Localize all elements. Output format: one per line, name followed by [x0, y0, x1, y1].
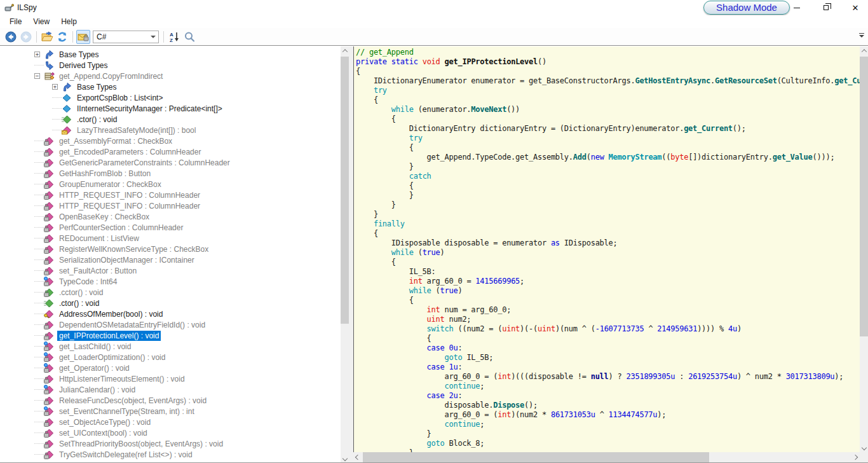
decompiled-code-view[interactable]: // get_Appendprivate static void get_IPP… [353, 46, 860, 452]
scroll-left-icon[interactable] [353, 452, 362, 462]
tree-line [34, 314, 44, 314]
tree-item[interactable]: get_EncodedParameters : ColumnHeader [0, 146, 341, 157]
tree-item[interactable]: GetGenericParameterConstraints : ColumnH… [0, 157, 341, 168]
tree-item-label: DependentOSMetadataEntryFieldId() : void [57, 320, 207, 330]
code-line: } [356, 200, 860, 210]
menu-view[interactable]: View [27, 16, 55, 27]
tree-item[interactable]: PerfCounterSection : ColumnHeader [0, 222, 341, 233]
restore-button[interactable] [815, 0, 837, 15]
refresh-icon[interactable] [55, 30, 69, 44]
tree-item[interactable]: Derived Types [0, 60, 341, 71]
tree-item[interactable]: set_EventChannelType(Stream, int) : int [0, 406, 341, 417]
method-pink-lock-icon [44, 255, 55, 265]
show-internal-api-icon[interactable] [76, 30, 90, 44]
tree-line [34, 400, 44, 401]
tree-item[interactable]: JulianCalendar() : void [0, 384, 341, 395]
tree-item[interactable]: IInternetSecurityManager : Predicate<int… [0, 103, 341, 114]
tree-item[interactable]: HTTP_REQUEST_INFO : ColumnHeader [0, 190, 341, 200]
tree-item[interactable]: ReleaseFuncDesc(object, EventArgs) : voi… [0, 395, 341, 406]
code-line: int arg_60_0 = 1415669965; [356, 277, 860, 286]
sort-az-icon[interactable]: AZ [167, 30, 181, 44]
method-pink-lock-dot-icon [44, 385, 55, 395]
tree-item-label: TypeCode : Int64 [57, 277, 119, 287]
tree-item[interactable]: TryGetSwitchDelegate(ref List<>) : void [0, 449, 341, 460]
tree-vertical-scrollbar[interactable] [341, 46, 349, 463]
expand-icon[interactable]: + [34, 52, 40, 57]
collapse-icon[interactable]: − [34, 73, 40, 79]
tree-item[interactable]: HTTP_REQUEST_INFO : ColumnHeader [0, 200, 341, 211]
code-vertical-scrollbar[interactable] [860, 46, 868, 452]
tree-item[interactable]: +Base Types [0, 81, 341, 92]
tree-item[interactable]: GroupEnumerator : CheckBox [0, 179, 341, 190]
open-assembly-icon[interactable] [40, 30, 54, 44]
scroll-up-icon[interactable] [341, 46, 349, 55]
tree-item[interactable]: RegisterWellKnownServiceType : CheckBox [0, 244, 341, 254]
tree-item[interactable]: OpenBaseKey : CheckBox [0, 211, 341, 222]
scrollbar-corner [860, 452, 868, 462]
code-line: goto IL_5B; [356, 353, 860, 363]
tree-line [34, 324, 44, 325]
back-icon[interactable] [4, 30, 18, 44]
tree-item-label: HTTP_REQUEST_INFO : ColumnHeader [57, 201, 202, 211]
tree-item[interactable]: +Base Types [0, 49, 341, 60]
code-line: continue; [356, 382, 860, 391]
scroll-right-icon[interactable] [851, 452, 860, 462]
tree-item[interactable]: DependentOSMetadataEntryFieldId() : void [0, 319, 341, 330]
tree-item[interactable]: −get_Append.CopyFromIndirect [0, 71, 341, 81]
menu-help[interactable]: Help [55, 16, 83, 27]
tree-item-label: set_FaultActor : Button [57, 266, 139, 276]
tree-item[interactable]: HttpListenerTimeoutsElement() : void [0, 373, 341, 384]
scrollbar-thumb[interactable] [363, 452, 709, 462]
tree-item[interactable]: SerializationObjectManager : IContainer [0, 254, 341, 265]
tree-item[interactable]: .ctor() : void [0, 114, 341, 125]
scrollbar-thumb[interactable] [341, 57, 349, 324]
code-line: case 0u: [356, 343, 860, 353]
toolbar-overflow-icon[interactable] [857, 31, 866, 41]
window-title: ILSpy [17, 3, 37, 12]
shadow-mode-button[interactable]: Shadow Mode [703, 1, 790, 15]
tree-line [52, 108, 62, 109]
tree-item-label: GetHashFromBlob : Button [57, 169, 153, 179]
tree-item[interactable]: AddressOfMember(bool) : void [0, 308, 341, 319]
expand-icon[interactable]: + [52, 84, 58, 90]
tree-line [34, 65, 44, 66]
minimize-button[interactable] [786, 0, 808, 15]
language-combobox[interactable]: C# [93, 31, 159, 43]
tree-item[interactable]: get_AssemblyFormat : CheckBox [0, 135, 341, 146]
tree-item[interactable]: get_Operator() : void [0, 363, 341, 373]
tree-item[interactable]: set_FaultActor : Button [0, 265, 341, 276]
close-button[interactable]: ✕ [844, 0, 866, 15]
tree-item[interactable]: get_LastChild() : void [0, 341, 341, 352]
tree-item[interactable]: GetHashFromBlob : Button [0, 168, 341, 179]
pane-splitter[interactable] [349, 46, 353, 463]
tree-item[interactable]: set_UIContext(bool) : void [0, 427, 341, 438]
scroll-up-icon[interactable] [860, 46, 868, 55]
chevron-down-icon[interactable] [147, 31, 158, 43]
tree-item[interactable]: REDocument : ListView [0, 233, 341, 244]
scrollbar-thumb[interactable] [860, 57, 868, 336]
menu-file[interactable]: File [4, 16, 27, 27]
tree-item[interactable] [0, 460, 341, 463]
code-line: { [356, 114, 860, 124]
code-line: } [356, 162, 860, 172]
tree-item-label: GroupEnumerator : CheckBox [57, 179, 163, 190]
tree-item[interactable]: .cctor() : void [0, 287, 341, 298]
tree-item[interactable]: LazyThreadSafetyMode(int[]) : bool [0, 125, 341, 135]
tree-item[interactable]: get_IPProtectionLevel() : void [0, 330, 341, 341]
tree-item[interactable]: .ctor() : void [0, 298, 341, 308]
tree-item[interactable]: SetThreadPriorityBoost(object, EventArgs… [0, 438, 341, 449]
forward-icon[interactable] [19, 30, 33, 44]
tree-item[interactable]: ExportCspBlob : List<int> [0, 92, 341, 103]
code-horizontal-scrollbar[interactable] [353, 452, 860, 462]
tree-item[interactable]: set_ObjectAceType() : void [0, 417, 341, 427]
search-icon[interactable] [182, 30, 196, 44]
tree-line [34, 281, 44, 282]
tree-item[interactable]: get_LoaderOptimization() : void [0, 352, 341, 363]
method-pink-lock-icon [44, 136, 55, 146]
tree-item[interactable]: TypeCode : Int64 [0, 276, 341, 287]
method-green-lines-icon [44, 298, 55, 308]
field-icon [62, 104, 72, 114]
toolbar: C# AZ [0, 28, 868, 45]
scroll-down-icon[interactable] [860, 443, 868, 452]
scroll-down-icon[interactable] [341, 454, 349, 463]
